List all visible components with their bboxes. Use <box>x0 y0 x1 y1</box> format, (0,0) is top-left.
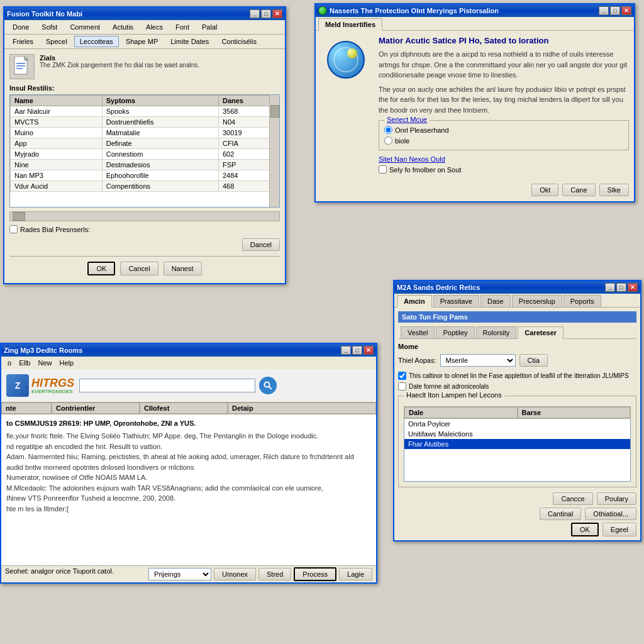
tab-amcin[interactable]: Amcin <box>397 295 432 308</box>
list-item-4-2[interactable]: Fhar Alutibes <box>404 439 630 449</box>
checkbox-caltinor[interactable] <box>398 372 406 380</box>
skip-btn-2[interactable]: Slke <box>599 184 629 196</box>
table-row[interactable]: NineDestmadesiosFSP <box>11 160 279 170</box>
search-input-3[interactable] <box>79 379 255 392</box>
sub-tab-rolorsity[interactable]: Rolorsity <box>476 326 517 338</box>
app-icon-3: Z <box>6 374 29 397</box>
radio-pleaserhand[interactable] <box>384 126 392 134</box>
checkbox-date[interactable] <box>398 382 406 391</box>
checkbox-rades[interactable] <box>9 225 18 233</box>
check-sely[interactable] <box>379 165 387 174</box>
article-body-3: fle,your fnorlc ftele. The Elving Soliéo… <box>6 431 371 514</box>
table-row[interactable]: Nan MP3Ephoohorofile2484 <box>11 170 279 181</box>
maximize-btn-1[interactable]: □ <box>261 9 271 18</box>
scrollbar-h-thumb-1[interactable] <box>13 212 25 221</box>
window-nasserts: Nasserts The Protection Olnt Meryings Pi… <box>314 3 635 203</box>
window-icon-2 <box>318 6 327 15</box>
checkbox-label: Rades Bial Presnserls: <box>20 226 90 233</box>
table-row[interactable]: Vdur AucidCompentitions468 <box>11 181 279 192</box>
tab-done[interactable]: Done <box>7 21 35 33</box>
tab-limitedates[interactable]: Limite Dates <box>165 36 214 47</box>
ok-btn-4[interactable]: OK <box>571 523 599 536</box>
tab-alecs[interactable]: Alecs <box>140 21 169 33</box>
close-btn-1[interactable]: ✕ <box>272 9 282 18</box>
section-label: Insul Restilis: <box>9 84 280 92</box>
cancce-btn[interactable]: Cancce <box>553 492 592 505</box>
cantinal-btn[interactable]: Cantinal <box>540 508 581 520</box>
menu-new[interactable]: New <box>34 358 55 368</box>
list-item-4-0[interactable]: Onrta Poylcer <box>404 419 630 429</box>
scrollbar-v-1[interactable] <box>269 95 279 207</box>
ok-btn-1[interactable]: OK <box>87 262 115 275</box>
tab-actutis[interactable]: Actutis <box>107 21 139 33</box>
scrollbar-thumb-1[interactable] <box>270 105 279 118</box>
thiel-select[interactable]: Mserile <box>440 354 516 367</box>
sub-title-4: Sato Tun Fing Pams <box>398 311 636 323</box>
minimize-btn-1[interactable]: _ <box>250 9 260 18</box>
tab-meld[interactable]: Meld Insertifies <box>318 18 382 31</box>
tab-frieles[interactable]: Frieles <box>7 36 39 47</box>
close-btn-3[interactable]: ✕ <box>364 346 374 355</box>
cancel-btn-2[interactable]: Cane <box>562 184 595 196</box>
title-4: M2A Sands Dedric Retics <box>397 284 480 291</box>
tab-comment[interactable]: Comment <box>64 21 106 33</box>
list-item-4-1[interactable]: Unitifaws Maleictions <box>404 429 630 439</box>
close-btn-4[interactable]: ✕ <box>628 283 638 292</box>
heading-2: Matior Acutic Satice PI Ho, Sated to lor… <box>379 36 629 45</box>
egeel-btn[interactable]: Egeel <box>602 523 636 536</box>
menu-ellb[interactable]: Ellb <box>15 358 34 368</box>
sub-tab-poptiley[interactable]: Poptiley <box>436 326 474 338</box>
tab-specel[interactable]: Specel <box>40 36 73 47</box>
table-cell: Nine <box>11 160 103 170</box>
scrollbar-h-1[interactable] <box>9 211 280 221</box>
minimize-btn-4[interactable]: _ <box>605 283 615 292</box>
tab-shapemp[interactable]: Shape MP <box>120 36 164 47</box>
table-cell: Dostruenthliefis <box>102 117 218 128</box>
lagie-btn[interactable]: Lagie <box>339 568 372 580</box>
col-detaip: Detaip <box>228 402 376 414</box>
stred-btn[interactable]: Stred <box>258 568 291 580</box>
cancel-btn-1[interactable]: Cancel <box>120 262 158 275</box>
globe-icon <box>327 41 365 79</box>
table-row[interactable]: AppDefinateCFIA <box>11 138 279 149</box>
col-nte: nte <box>1 402 52 414</box>
tab-font[interactable]: Font <box>170 21 195 33</box>
ctia-btn[interactable]: Ctia <box>519 354 548 367</box>
maximize-btn-2[interactable]: □ <box>610 6 620 15</box>
table-row[interactable]: MyjradoConnestiom602 <box>11 149 279 160</box>
table-row[interactable]: MuinoMatmatalie30019 <box>11 128 279 138</box>
tab-sofst[interactable]: Sofst <box>36 21 63 33</box>
maximize-btn-4[interactable]: □ <box>616 283 626 292</box>
poulary-btn[interactable]: Poulary <box>597 492 636 505</box>
select-prijeings[interactable]: Prijeings <box>148 568 211 580</box>
table-row[interactable]: Aar NialcuirSpooks3568 <box>11 106 279 117</box>
tab-conticseis[interactable]: Conticisélis <box>216 36 262 47</box>
maximize-btn-3[interactable]: □ <box>352 346 362 355</box>
search-btn-3[interactable] <box>259 377 277 394</box>
window-zing: Zing Mp3 Dedltc Rooms _ □ ✕ o Ellb New H… <box>0 343 377 584</box>
menu-help[interactable]: Help <box>55 358 77 368</box>
tab-leccotteas[interactable]: Leccotteas <box>74 36 119 47</box>
tab-precserslup[interactable]: Precserslup <box>512 295 562 307</box>
dancel-btn[interactable]: Dancel <box>242 238 280 251</box>
minimize-btn-3[interactable]: _ <box>341 346 351 355</box>
next-btn-1[interactable]: Nanest <box>164 262 202 275</box>
sub-tab-careteser[interactable]: Careteser <box>518 326 564 339</box>
sitet-link[interactable]: Sitet Nan Nexos Ould <box>379 155 629 163</box>
table-cell: Aar Nialcuir <box>11 106 103 117</box>
tab-dase[interactable]: Dase <box>480 295 511 307</box>
table-row[interactable]: MVCTSDostruenthliefisN04 <box>11 117 279 128</box>
umonex-btn[interactable]: Umonex <box>214 568 256 580</box>
process-btn[interactable]: Process <box>294 567 336 581</box>
tab-prassitave[interactable]: Prassitave <box>433 295 479 307</box>
menu-o[interactable]: o <box>4 358 15 368</box>
sub-tab-vesltel[interactable]: Vesltel <box>401 326 435 338</box>
tab-palal[interactable]: Palal <box>196 21 223 33</box>
radio-biole[interactable] <box>384 136 392 145</box>
table-cell: Myjrado <box>11 149 103 160</box>
othiatioal-btn[interactable]: Othiatioal... <box>585 508 636 520</box>
close-btn-2[interactable]: ✕ <box>621 6 631 15</box>
ok-btn-2[interactable]: Okt <box>531 184 558 196</box>
tab-poports[interactable]: Poports <box>564 295 601 307</box>
minimize-btn-2[interactable]: _ <box>599 6 609 15</box>
